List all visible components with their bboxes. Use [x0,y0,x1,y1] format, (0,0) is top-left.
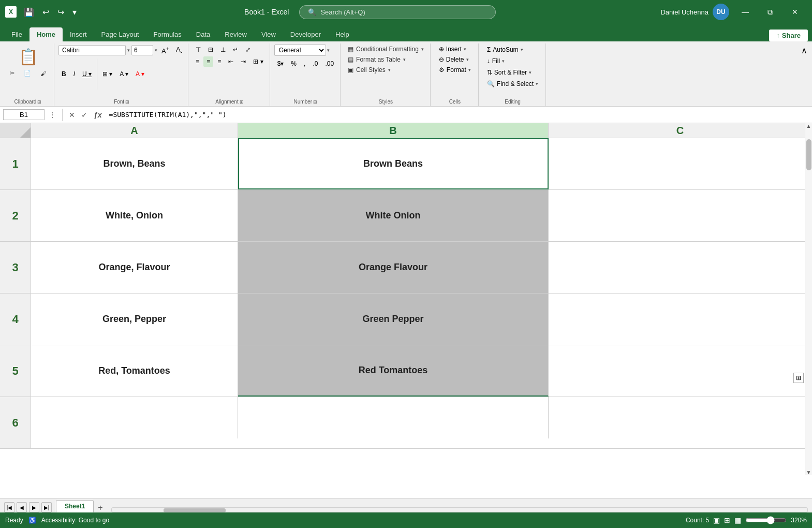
align-middle-button[interactable]: ⊟ [205,45,216,55]
row-header-5[interactable]: 5 [0,345,31,397]
font-color-button[interactable]: A ▾ [132,69,147,79]
cell-c6[interactable] [549,397,812,438]
tab-help[interactable]: Help [328,27,357,41]
orientation-button[interactable]: ⤢ [242,45,254,55]
user-avatar[interactable]: DU [713,4,729,20]
normal-view-button[interactable]: ▣ [713,516,720,524]
font-size-caret[interactable]: ▾ [155,48,157,53]
cell-b1[interactable]: Brown Beans [238,138,549,189]
scroll-up-button[interactable]: ▲ [806,123,811,129]
scroll-down-button[interactable]: ▼ [806,470,811,475]
number-expand-icon[interactable]: ⊞ [313,99,317,105]
customize-qat-button[interactable]: ▾ [69,5,80,19]
cell-b6[interactable] [238,397,549,438]
tab-view[interactable]: View [254,27,283,41]
row-header-6[interactable]: 6 [0,397,31,448]
copy-button[interactable]: 📄 [21,69,34,78]
increase-indent-button[interactable]: ⇥ [238,56,249,67]
formula-input[interactable] [106,110,809,120]
cell-styles-button[interactable]: ▣ Cell Styles ▾ [345,65,394,75]
restore-button[interactable]: ⧉ [758,4,782,20]
horizontal-scrollbar[interactable] [111,507,808,512]
scroll-thumb-horizontal[interactable] [164,508,226,512]
tab-file[interactable]: File [4,27,29,41]
delete-button[interactable]: ⊖ Delete ▾ [435,55,473,64]
find-select-button[interactable]: 🔍 Find & Select ▾ [483,79,542,89]
align-center-button[interactable]: ≡ [203,56,213,67]
cell-b2[interactable]: White Onion [238,190,549,241]
comma-button[interactable]: , [301,58,308,69]
cell-a2[interactable]: White, Onion [31,190,238,241]
currency-button[interactable]: $▾ [274,58,287,69]
scroll-thumb-vertical[interactable] [806,139,811,170]
autosum-button[interactable]: Σ AutoSum ▾ [483,45,527,55]
wrap-text-button[interactable]: ↵ [230,45,241,55]
font-name-input[interactable] [58,45,126,55]
cell-a4[interactable]: Green, Pepper [31,294,238,345]
save-button[interactable]: 💾 [21,5,37,19]
cell-c4[interactable] [549,294,812,345]
row-header-1[interactable]: 1 [0,138,31,189]
cancel-formula-button[interactable]: ✕ [67,110,77,120]
align-right-button[interactable]: ≡ [214,56,224,67]
font-size-input[interactable] [131,45,153,55]
cell-c2[interactable] [549,190,812,241]
format-button[interactable]: ⚙ Format ▾ [435,65,475,75]
cell-b4[interactable]: Green Pepper [238,294,549,345]
format-painter-button[interactable]: 🖌 [38,69,49,78]
tab-home[interactable]: Home [29,27,63,41]
column-header-b[interactable]: B [238,123,549,138]
undo-button[interactable]: ↩ [39,5,52,19]
tab-data[interactable]: Data [189,27,217,41]
cell-b3[interactable]: Orange Flavour [238,242,549,293]
align-left-button[interactable]: ≡ [193,56,202,67]
cell-c5[interactable] [549,345,812,397]
sheet-tab-sheet1[interactable]: Sheet1 [56,500,94,512]
decrease-font-button[interactable]: A- [173,45,185,56]
tab-scroll-prev-button[interactable]: ◀ [17,502,27,512]
row-header-2[interactable]: 2 [0,190,31,241]
insert-button[interactable]: ⊕ Insert ▾ [435,45,470,54]
search-input[interactable] [320,8,487,16]
fill-button[interactable]: ↓ Fill ▾ [483,56,509,66]
zoom-slider[interactable] [745,516,787,524]
page-break-view-button[interactable]: ▦ [734,516,741,524]
select-all-cell[interactable] [0,123,31,138]
tab-review[interactable]: Review [217,27,254,41]
align-bottom-button[interactable]: ⊥ [217,45,229,55]
close-button[interactable]: ✕ [783,4,807,20]
redo-button[interactable]: ↪ [54,5,67,19]
page-layout-view-button[interactable]: ⊞ [724,516,730,524]
underline-button[interactable]: U ▾ [79,69,95,79]
italic-button[interactable]: I [70,69,78,79]
decrease-decimal-button[interactable]: .0 [309,58,321,69]
tab-scroll-next-button[interactable]: ▶ [29,502,39,512]
fill-color-button[interactable]: A ▾ [116,69,131,79]
font-name-caret[interactable]: ▾ [127,48,130,53]
cell-a1[interactable]: Brown, Beans [31,138,238,189]
column-header-a[interactable]: A [31,123,238,138]
cell-c1[interactable] [549,138,812,189]
cut-button[interactable]: ✂ [7,69,17,78]
sort-filter-button[interactable]: ⇅ Sort & Filter ▾ [483,67,536,78]
cell-a3[interactable]: Orange, Flavour [31,242,238,293]
font-expand-icon[interactable]: ⊞ [125,99,129,105]
collapse-ribbon-button[interactable]: ∧ [799,45,810,56]
tab-formulas[interactable]: Formulas [146,27,189,41]
alignment-expand-icon[interactable]: ⊞ [240,99,244,105]
cell-a5[interactable]: Red, Tomantoes [31,345,238,397]
cell-b5[interactable]: Red Tomantoes [238,345,549,397]
vertical-scrollbar[interactable]: ▲ ▼ [805,123,812,475]
number-format-select[interactable]: General Number Currency Text [274,45,326,56]
tab-developer[interactable]: Developer [283,27,328,41]
search-box[interactable]: 🔍 [299,5,496,19]
increase-decimal-button[interactable]: .00 [322,58,337,69]
format-as-table-button[interactable]: ▤ Format as Table ▾ [345,55,409,64]
cell-a6[interactable] [31,397,238,438]
confirm-formula-button[interactable]: ✓ [79,110,90,120]
decrease-indent-button[interactable]: ⇤ [225,56,237,67]
quick-analysis-button[interactable]: ⊞ [793,373,804,383]
column-header-c[interactable]: C [549,123,812,138]
conditional-formatting-button[interactable]: ▦ Conditional Formatting ▾ [345,45,427,54]
align-top-button[interactable]: ⊤ [193,45,204,55]
